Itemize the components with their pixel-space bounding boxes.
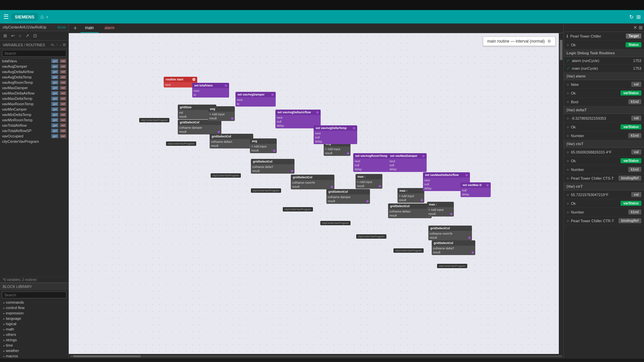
var-set-btn[interactable]: set — [60, 97, 66, 101]
tab-main[interactable]: main — [80, 23, 99, 33]
expand-icon[interactable]: ⊞ — [636, 14, 641, 20]
item-label: Pearl Tower Chiller CTS-T — [571, 176, 616, 180]
block-cat-expression[interactable]: expression — [0, 310, 68, 316]
refresh-icon[interactable]: ↻ — [629, 14, 634, 20]
sidebar-btn-3[interactable]: ○ — [17, 33, 23, 39]
canvas-node[interactable]: set totalVavs next to — [192, 83, 229, 98]
var-name: vavAvgDeltaAirflow — [2, 70, 50, 74]
var-item: vavMaxRoomTemp get set — [0, 101, 68, 107]
block-cat-strings[interactable]: strings — [0, 337, 68, 343]
var-set-btn[interactable]: set — [60, 113, 66, 117]
var-set-btn[interactable]: set — [60, 86, 66, 90]
block-cat-weather[interactable]: weather — [0, 348, 68, 353]
canvas-vscroll[interactable] — [559, 33, 564, 354]
canvas-node[interactable]: set vavAvgDamper next to — [235, 92, 276, 107]
block-cat-others[interactable]: others — [0, 332, 68, 337]
var-set-btn[interactable]: set — [60, 118, 66, 122]
right-item: ○ false val — [564, 80, 644, 89]
add-tab-button[interactable]: + — [71, 25, 79, 32]
canvas-node[interactable]: max : + Add input result — [397, 188, 424, 203]
scroll-track[interactable] — [70, 355, 562, 357]
var-set-btn[interactable]: set — [60, 64, 66, 68]
var-get-btn[interactable]: get — [51, 75, 58, 79]
sidebar-btn-2[interactable]: ↩ — [10, 33, 16, 39]
search-input[interactable] — [2, 50, 66, 57]
canvas-node[interactable]: gridSelectCol colName deltaT result — [432, 240, 475, 255]
var-get-btn[interactable]: get — [51, 134, 58, 138]
block-cat-macros[interactable]: macros — [0, 353, 68, 359]
program-label: cityCenterVavProgram — [211, 173, 241, 178]
canvas-node[interactable]: gridSelectCol colName deltaA result — [388, 203, 432, 218]
var-count: *6 variables, 2 routines — [0, 277, 68, 283]
var-get-btn[interactable]: get — [51, 97, 58, 101]
var-set-btn[interactable]: set — [60, 70, 66, 74]
canvas-node[interactable]: gridSelectCol colName deltaT result — [251, 159, 294, 174]
ctrT-var-section: (Var) ctrT — [564, 183, 644, 190]
item-badge: val — [631, 82, 641, 87]
canvas-node[interactable]: gridSelectCol colName damper result — [178, 120, 221, 134]
hamburger-icon[interactable]: ☰ — [3, 13, 9, 20]
canvas-node[interactable]: max : + Add input result — [427, 202, 454, 217]
block-cat-control flow[interactable]: control flow — [0, 305, 68, 310]
topbar — [0, 0, 644, 10]
var-get-btn[interactable]: get — [51, 59, 58, 63]
canvas-node[interactable]: gridSelectCol colName roomTe result — [291, 175, 334, 189]
var-get-btn[interactable]: get — [51, 113, 58, 117]
canvas-node[interactable]: set vavMaxDamper next null delay — [388, 153, 427, 172]
var-set-btn[interactable]: set — [60, 107, 66, 111]
canvas-node[interactable]: avg + Add input result — [250, 138, 277, 153]
block-cat-logical[interactable]: logical — [0, 321, 68, 326]
item-badge: varStatus — [621, 201, 641, 206]
sidebar-icon-1[interactable]: m, — [51, 43, 55, 47]
scroll-thumb[interactable] — [73, 355, 141, 357]
canvas-node[interactable]: max : + Add input result — [356, 174, 382, 189]
var-set-btn[interactable]: set — [60, 134, 66, 138]
var-get-btn[interactable]: get — [51, 64, 58, 68]
canvas-main[interactable]: main routine — interval (normal) ⚙ routi… — [69, 33, 559, 354]
canvas-tabs: + main alarm — [69, 23, 564, 33]
var-set-btn[interactable]: set — [60, 102, 66, 106]
var-get-btn[interactable]: get — [51, 86, 58, 90]
var-set-btn[interactable]: set — [60, 75, 66, 79]
var-get-btn[interactable]: get — [51, 123, 58, 127]
block-search-input[interactable] — [2, 292, 66, 298]
vscroll-thumb[interactable] — [560, 40, 562, 60]
canvas-node[interactable]: set vavMax D null delay — [461, 182, 491, 197]
home-icon[interactable]: ⌂ — [41, 14, 44, 20]
var-get-btn[interactable]: get — [51, 129, 58, 133]
breadcrumb-bar: cityCenterAHU1VavRollUp bLine — [0, 23, 68, 31]
var-get-btn[interactable]: get — [51, 80, 58, 84]
program-label: cityCenterVavProgram — [283, 207, 313, 212]
right-sidebar-close[interactable]: ✕ — [633, 25, 637, 30]
sidebar-icon-4[interactable]: ⊞ — [63, 43, 66, 47]
item-label: Ok — [571, 159, 619, 163]
canvas-node[interactable]: set vavAvgDeltaTemp next null delay — [314, 125, 357, 144]
canvas-node[interactable]: gridSelectCol colName roomTe result — [428, 226, 472, 240]
block-cat-language[interactable]: language — [0, 316, 68, 321]
var-get-btn[interactable]: get — [51, 118, 58, 122]
block-cat-commands[interactable]: commands — [0, 300, 68, 305]
var-get-btn[interactable]: get — [51, 107, 58, 111]
right-item: ○ Pearl Tower Chiller CTS-T bindingRef — [564, 174, 644, 183]
var-set-btn[interactable]: set — [60, 91, 66, 95]
canvas-node[interactable]: avg + Add input result — [208, 106, 235, 121]
var-get-btn[interactable]: get — [51, 91, 58, 95]
var-set-btn[interactable]: set — [60, 129, 66, 133]
var-get-btn[interactable]: get — [51, 70, 58, 74]
sidebar-icon-2[interactable]: ↑ — [56, 43, 58, 47]
var-set-btn[interactable]: set — [60, 59, 66, 63]
block-cat-time[interactable]: time — [0, 343, 68, 348]
canvas-node[interactable]: gridSelectCol colName damper result — [326, 189, 370, 204]
block-cat-math[interactable]: math — [0, 326, 68, 332]
sidebar-btn-1[interactable]: ⊞ — [2, 33, 8, 39]
var-set-btn[interactable]: set — [60, 123, 66, 127]
right-sidebar-expand[interactable]: ⊞ — [639, 25, 643, 30]
tab-alarm[interactable]: alarm — [100, 23, 119, 33]
sidebar-btn-5[interactable]: ⊡ — [32, 33, 38, 39]
sidebar-btn-4[interactable]: ↗ — [24, 33, 31, 39]
sidebar-icon-3[interactable]: ↓ — [60, 43, 62, 47]
gear-icon[interactable]: ⚙ — [547, 39, 551, 44]
canvas-node[interactable]: gridSelectCol colName deltaA result — [210, 134, 253, 148]
var-set-btn[interactable]: set — [60, 80, 66, 84]
var-get-btn[interactable]: get — [51, 102, 58, 106]
